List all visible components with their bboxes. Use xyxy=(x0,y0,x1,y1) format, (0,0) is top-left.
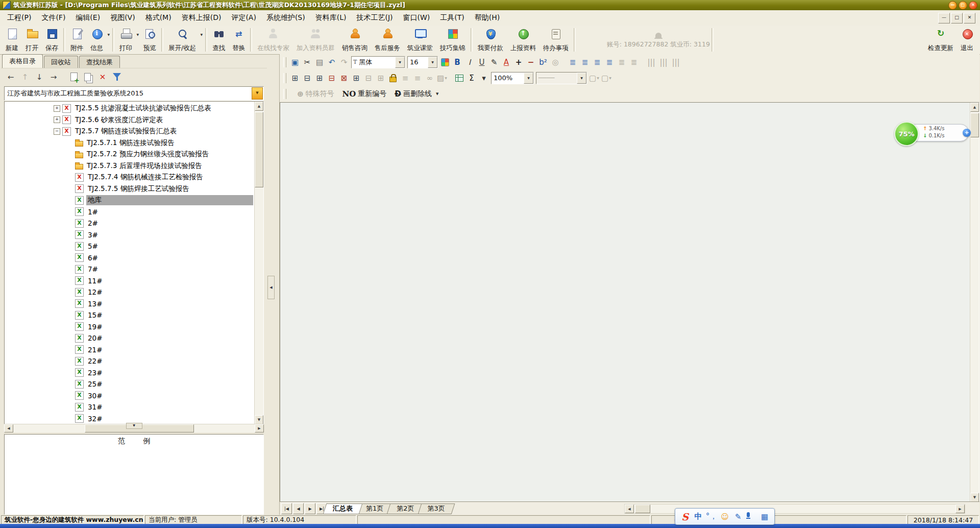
toolbar-button-printer[interactable]: 打印▼ xyxy=(116,26,140,54)
ime-mode-chinese[interactable]: 中 xyxy=(692,510,704,523)
mdi-close-button[interactable]: ✕ xyxy=(964,13,975,23)
edit-menu[interactable]: 编辑(E) xyxy=(70,11,105,25)
dropdown-arrow-icon[interactable]: ▼ xyxy=(136,33,139,36)
ime-toolbox[interactable]: ▦ xyxy=(758,510,771,523)
border-outer-button[interactable]: ▢▼ xyxy=(588,72,600,84)
tree-item-1[interactable]: +TJ2.5.5 抗渗混凝土试块抗渗试验报告汇总表 xyxy=(5,103,253,114)
border-inner-button[interactable]: ▢▼ xyxy=(600,72,612,84)
tree-expander-plus-icon[interactable]: + xyxy=(54,105,60,112)
maximize-button[interactable]: □ xyxy=(959,1,967,10)
tree-item-26[interactable]: 30# xyxy=(5,390,253,402)
mdi-minimize-button[interactable]: — xyxy=(938,13,950,23)
toolbar-button-upload[interactable]: 上报资料 xyxy=(507,26,540,54)
line-style-combo[interactable]: ────▼ xyxy=(536,72,587,84)
table-grid-button[interactable]: ⊞ xyxy=(375,72,387,84)
tree-item-14[interactable]: 6# xyxy=(5,252,253,264)
sheet-nav-button-1[interactable]: |◀ xyxy=(281,503,292,514)
ime-emoji[interactable]: ☺ xyxy=(719,510,731,523)
tree-item-2[interactable]: +TJ2.5.6 砂浆强度汇总评定表 xyxy=(5,114,253,126)
distribute-v-button[interactable]: ≣ xyxy=(628,56,640,68)
ime-punctuation[interactable]: °， xyxy=(705,510,718,523)
data-report-menu[interactable]: 资料上报(D) xyxy=(177,11,227,25)
help-menu[interactable]: 帮助(H) xyxy=(470,11,505,25)
line-spacing-button[interactable]: ≡ xyxy=(399,72,411,84)
tree-item-20[interactable]: 19# xyxy=(5,321,253,333)
distribute-h-button[interactable]: ≣ xyxy=(616,56,628,68)
tree-item-25[interactable]: 25# xyxy=(5,378,253,390)
sum-options-button[interactable]: ▾ xyxy=(478,72,490,84)
vertical-lines-3-button[interactable]: ||| xyxy=(670,56,682,68)
format-menu[interactable]: 格式(M) xyxy=(140,11,177,25)
ime-voice[interactable] xyxy=(745,512,757,521)
auto-sum-button[interactable]: Σ xyxy=(465,72,478,84)
special-symbol-button[interactable]: ⊕ 特殊符号 xyxy=(297,89,334,99)
toolbar-button-person-orange[interactable]: 销售咨询 xyxy=(338,26,371,54)
toolbar-button-search[interactable]: 查找 xyxy=(209,26,229,54)
delete-col-button[interactable]: ⊠ xyxy=(338,72,350,84)
font-size-combo[interactable]: 16▼ xyxy=(407,56,438,68)
sheet-tab-4[interactable]: 第3页 xyxy=(420,503,453,514)
system-select[interactable]: 江苏省建筑与市政工程施工质量验收系统2015 ▼ xyxy=(4,86,264,101)
nav-down-button[interactable]: ↓ xyxy=(33,71,46,83)
tree-vertical-scrollbar[interactable]: ▲ ▼ xyxy=(254,102,263,424)
table-edit-button[interactable] xyxy=(453,72,465,84)
tree-item-12[interactable]: 3# xyxy=(5,229,253,241)
dropdown-arrow-icon[interactable]: ▼ xyxy=(524,73,533,84)
scroll-up-button[interactable]: ▲ xyxy=(255,102,263,111)
toolbar-button-replace[interactable]: 替换 xyxy=(229,26,249,54)
network-speed-badge[interactable]: 75% ↑3.4K/s ↓0.1K/s + xyxy=(894,122,971,144)
ime-toolbar[interactable]: S中°，☺✎▦ xyxy=(675,508,775,525)
font-color-button[interactable]: A xyxy=(500,56,512,68)
scroll-thumb[interactable] xyxy=(635,505,650,513)
sheet-tab-3[interactable]: 第2页 xyxy=(388,503,422,514)
tree-item-5[interactable]: TJ2.5.7.2 预应力钢丝镦头强度试验报告 xyxy=(5,149,253,160)
document-vertical-scrollbar[interactable]: ▲ ▼ xyxy=(970,103,979,502)
scroll-thumb[interactable] xyxy=(970,113,979,137)
dropdown-arrow-icon[interactable]: ▼ xyxy=(201,33,203,36)
italic-button[interactable]: I xyxy=(463,56,476,68)
toolbar-button-preview[interactable]: 预览 xyxy=(140,26,160,54)
tree-item-27[interactable]: 31# xyxy=(5,401,253,413)
toolbar-button-expand[interactable]: 展开/收起▼ xyxy=(165,26,204,54)
toolbar-button-floppy[interactable]: 保存 xyxy=(42,26,62,54)
toolbar-button-info[interactable]: 信息▼ xyxy=(87,26,111,54)
file-menu[interactable]: 文件(F) xyxy=(36,11,70,25)
strikeline-button[interactable]: Đ 画删除线 ▼ xyxy=(395,89,438,99)
tree-item-24[interactable]: 23# xyxy=(5,367,253,379)
technology-menu[interactable]: 技术工艺(J) xyxy=(351,11,398,25)
tree-item-4[interactable]: TJ2.5.7.1 钢筋连接试验报告 xyxy=(5,137,253,149)
copy-button[interactable]: ▤ xyxy=(313,56,326,68)
tree-item-18[interactable]: 13# xyxy=(5,298,253,310)
tree-item-23[interactable]: 22# xyxy=(5,355,253,367)
renumber-button[interactable]: NO 重新编号 xyxy=(342,89,387,99)
toolbar-button-classroom[interactable]: 筑业课堂 xyxy=(404,26,436,54)
sheet-nav-button-2[interactable]: ◀ xyxy=(293,503,304,514)
toolbar-button-todo[interactable]: 待办事项 xyxy=(540,26,572,54)
toolbar-button-tips[interactable]: 技巧集锦 xyxy=(436,26,469,54)
scroll-down-button[interactable]: ▼ xyxy=(255,415,263,424)
tree-item-15[interactable]: 7# xyxy=(5,263,253,275)
tree-item-8[interactable]: TJ2.5.7.5 钢筋焊接工艺试验报告 xyxy=(5,183,253,195)
document-area[interactable]: ▲ ▼ xyxy=(280,102,979,502)
scroll-up-button[interactable]: ▲ xyxy=(970,103,979,112)
sheet-tab-1[interactable]: 汇总表 xyxy=(325,503,361,514)
tree-item-21[interactable]: 20# xyxy=(5,332,253,344)
bold-button[interactable]: B xyxy=(451,56,463,68)
mdi-restore-button[interactable]: □ xyxy=(951,13,963,23)
split-cells-button[interactable]: ⊟ xyxy=(362,72,375,84)
tab-search-results[interactable]: 查找结果 xyxy=(79,56,120,68)
project-menu[interactable]: 工程(P) xyxy=(2,11,36,25)
tree-expander-plus-icon[interactable]: + xyxy=(54,116,60,123)
progress-circle[interactable]: 75% xyxy=(894,122,919,146)
tools-menu[interactable]: 工具(T) xyxy=(435,11,469,25)
scroll-right-button[interactable]: ▶ xyxy=(955,505,965,513)
tree-item-13[interactable]: 5# xyxy=(5,241,253,252)
tree-item-10[interactable]: 1# xyxy=(5,206,253,218)
assessment-menu[interactable]: 评定(A) xyxy=(226,11,261,25)
new-form-button[interactable] xyxy=(67,71,81,83)
tree-item-3[interactable]: −TJ2.5.7 钢筋连接试验报告汇总表 xyxy=(5,126,253,137)
para-spacing-button[interactable]: ≡ xyxy=(411,72,424,84)
dropdown-arrow-icon[interactable]: ▼ xyxy=(609,76,611,80)
toolbar-button-folder[interactable]: 打开 xyxy=(22,26,42,54)
delete-form-button[interactable]: ✕ xyxy=(96,71,109,83)
